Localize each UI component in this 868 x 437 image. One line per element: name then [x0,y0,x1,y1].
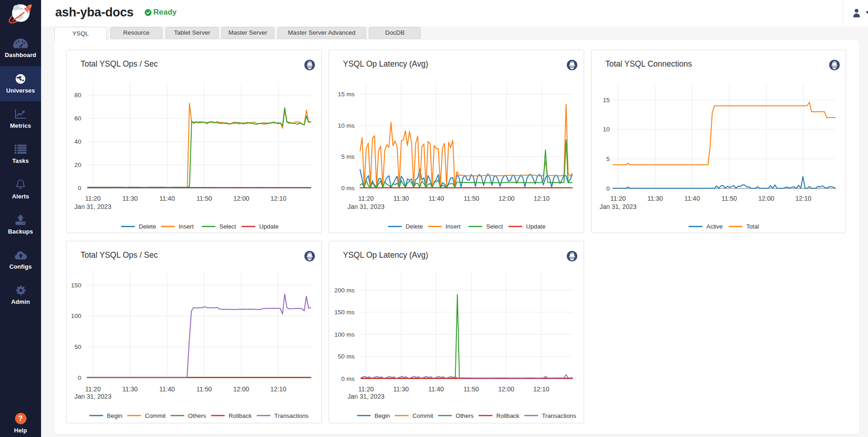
svg-text:0: 0 [78,185,81,192]
svg-text:11:50: 11:50 [196,385,212,393]
svg-text:Delete: Delete [406,223,423,230]
svg-text:Total: Total [746,223,759,230]
svg-text:5 ms: 5 ms [341,153,355,160]
svg-text:12:10: 12:10 [271,195,287,202]
svg-text:Others: Others [188,412,206,419]
svg-text:40: 40 [74,138,81,145]
svg-text:150 ms: 150 ms [335,309,355,316]
svg-text:11:50: 11:50 [464,195,479,202]
svg-text:Jan 31, 2023: Jan 31, 2023 [599,203,636,210]
svg-text:Jan 31, 2023: Jan 31, 2023 [348,393,385,400]
svg-text:Total YSQL Connections: Total YSQL Connections [605,59,692,68]
svg-text:12:10: 12:10 [534,195,550,202]
svg-text:0: 0 [78,375,81,381]
svg-text:11:40: 11:40 [684,195,700,202]
svg-text:Select: Select [486,223,503,230]
svg-text:Begin: Begin [375,412,390,419]
svg-text:Select: Select [219,223,236,230]
svg-text:11:50: 11:50 [721,195,737,202]
svg-text:0 ms: 0 ms [341,185,355,192]
svg-text:200 ms: 200 ms [335,287,355,294]
svg-text:0: 0 [606,185,610,192]
svg-text:11:30: 11:30 [122,385,138,393]
svg-text:50 ms: 50 ms [338,353,355,360]
svg-text:11:30: 11:30 [647,195,663,202]
svg-text:11:20: 11:20 [85,195,101,202]
svg-text:60: 60 [74,115,81,122]
svg-text:100 ms: 100 ms [335,331,355,338]
svg-text:10: 10 [603,126,610,133]
svg-text:Rollback: Rollback [229,412,252,419]
svg-text:Update: Update [259,223,279,230]
svg-text:Transactions: Transactions [542,412,576,419]
svg-text:Delete: Delete [139,223,156,230]
svg-text:0 ms: 0 ms [341,375,355,382]
svg-text:11:30: 11:30 [122,195,138,202]
svg-text:YSQL Op Latency (Avg): YSQL Op Latency (Avg) [343,250,429,260]
svg-text:YSQL Op Latency (Avg): YSQL Op Latency (Avg) [343,59,429,68]
svg-text:12:00: 12:00 [758,195,774,202]
svg-text:11:40: 11:40 [429,195,444,202]
svg-text:12:10: 12:10 [795,195,811,202]
svg-text:Insert: Insert [445,223,460,230]
svg-text:Jan 31, 2023: Jan 31, 2023 [348,203,385,210]
svg-text:80: 80 [74,92,81,99]
svg-text:5: 5 [606,156,610,162]
svg-text:11:30: 11:30 [393,195,409,202]
svg-text:Rollback: Rollback [497,412,520,419]
svg-text:11:40: 11:40 [159,385,175,393]
svg-text:12:10: 12:10 [270,385,286,393]
svg-text:Active: Active [706,223,722,230]
svg-text:15: 15 [603,97,610,104]
svg-text:Transactions: Transactions [274,412,309,419]
svg-text:11:20: 11:20 [85,385,101,393]
svg-text:Begin: Begin [107,412,122,419]
svg-text:150: 150 [71,282,81,289]
svg-text:11:50: 11:50 [464,385,479,393]
svg-text:11:50: 11:50 [197,195,212,202]
svg-text:11:40: 11:40 [429,385,444,393]
svg-text:Commit: Commit [413,412,434,419]
svg-text:12:00: 12:00 [499,195,515,202]
svg-text:Commit: Commit [145,412,166,419]
svg-text:20: 20 [74,161,81,168]
svg-text:11:20: 11:20 [358,195,374,202]
svg-text:Others: Others [456,412,474,419]
svg-text:Total YSQL Ops / Sec: Total YSQL Ops / Sec [81,59,158,68]
svg-text:10 ms: 10 ms [338,122,355,129]
svg-text:11:40: 11:40 [159,195,175,202]
svg-text:11:30: 11:30 [393,385,409,393]
svg-text:Jan 31, 2023: Jan 31, 2023 [74,393,111,400]
svg-text:Total YSQL Ops / Sec: Total YSQL Ops / Sec [81,250,158,260]
svg-text:11:20: 11:20 [358,385,374,393]
svg-text:50: 50 [74,343,81,350]
svg-text:11:20: 11:20 [610,195,626,202]
svg-text:Update: Update [526,223,546,230]
svg-text:12:00: 12:00 [233,385,249,393]
svg-text:12:10: 12:10 [533,385,549,393]
svg-text:Jan 31, 2023: Jan 31, 2023 [74,203,111,210]
svg-text:15 ms: 15 ms [338,91,355,98]
svg-text:12:00: 12:00 [498,385,514,393]
svg-text:12:00: 12:00 [233,195,249,202]
svg-text:100: 100 [71,312,81,319]
svg-text:Insert: Insert [178,223,193,230]
